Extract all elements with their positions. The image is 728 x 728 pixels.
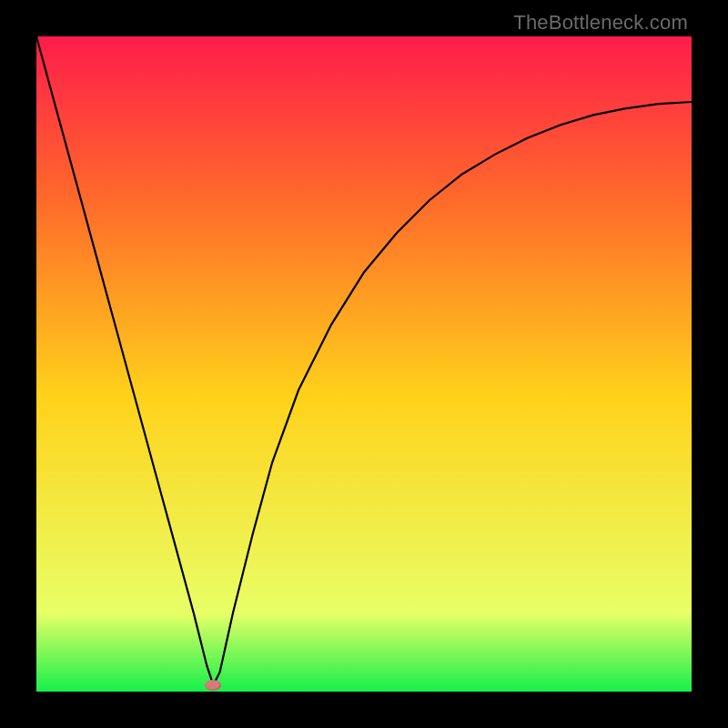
chart-frame: TheBottleneck.com: [0, 0, 728, 728]
bottleneck-curve: [36, 36, 692, 692]
minimum-marker: [205, 680, 221, 691]
curve-path: [36, 36, 692, 685]
watermark-text: TheBottleneck.com: [513, 11, 688, 35]
plot-area: [36, 36, 692, 692]
